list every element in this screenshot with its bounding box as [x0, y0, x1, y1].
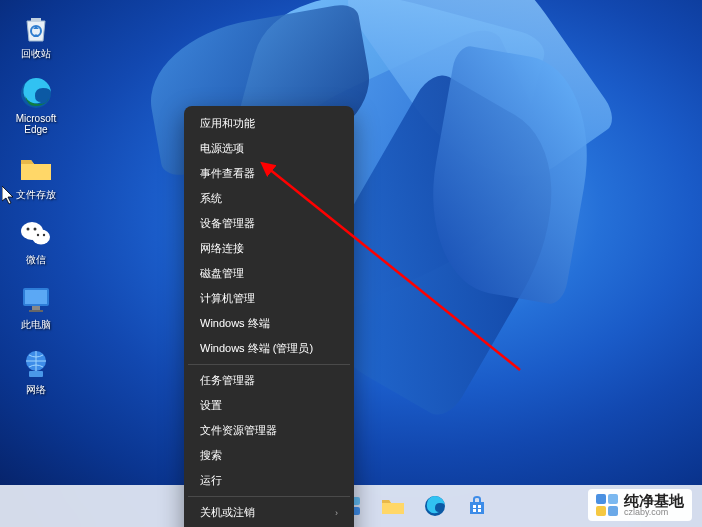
folder-icon: [381, 496, 405, 516]
svg-rect-32: [478, 509, 481, 512]
watermark-url: czlaby.com: [624, 508, 684, 517]
svg-rect-13: [29, 371, 43, 377]
menu-file-explorer[interactable]: 文件资源管理器: [186, 418, 352, 443]
menu-windows-terminal-admin[interactable]: Windows 终端 (管理员): [186, 336, 352, 361]
svg-point-7: [43, 234, 45, 236]
menu-power-options[interactable]: 电源选项: [186, 136, 352, 161]
watermark: 纯净基地 czlaby.com: [588, 489, 692, 521]
menu-separator: [188, 364, 350, 365]
desktop-icon-label: 微信: [26, 254, 46, 265]
menu-event-viewer[interactable]: 事件查看器: [186, 161, 352, 186]
chat-icon: [18, 216, 54, 252]
menu-separator: [188, 496, 350, 497]
browser-icon: [18, 75, 54, 111]
menu-system[interactable]: 系统: [186, 186, 352, 211]
desktop-icon-label: 此电脑: [21, 319, 51, 330]
watermark-title: 纯净基地: [624, 493, 684, 508]
this-pc-icon[interactable]: 此电脑: [8, 279, 64, 332]
trash-icon: [18, 10, 54, 46]
menu-run[interactable]: 运行: [186, 468, 352, 493]
svg-rect-30: [478, 505, 481, 508]
store-button[interactable]: [459, 488, 495, 524]
menu-search[interactable]: 搜索: [186, 443, 352, 468]
network-icon[interactable]: 网络: [8, 344, 64, 397]
edge-taskbar-button[interactable]: [417, 488, 453, 524]
menu-disk-management[interactable]: 磁盘管理: [186, 261, 352, 286]
svg-point-3: [32, 230, 50, 245]
svg-rect-31: [473, 509, 476, 512]
svg-point-4: [27, 228, 30, 231]
svg-rect-9: [25, 290, 47, 304]
edge-icon[interactable]: Microsoft Edge: [8, 73, 64, 137]
svg-rect-29: [473, 505, 476, 508]
desktop-icon-label: 回收站: [21, 48, 51, 59]
winx-context-menu: 应用和功能 电源选项 事件查看器 系统 设备管理器 网络连接 磁盘管理 计算机管…: [184, 106, 354, 527]
desktop-icon-label: 网络: [26, 384, 46, 395]
browser-icon: [424, 495, 446, 517]
menu-shutdown-signout[interactable]: 关机或注销›: [186, 500, 352, 525]
svg-rect-10: [32, 306, 40, 310]
desktop-icon-label: 文件存放: [16, 189, 56, 200]
monitor-icon: [18, 281, 54, 317]
menu-device-manager[interactable]: 设备管理器: [186, 211, 352, 236]
globe-icon: [18, 346, 54, 382]
svg-rect-11: [29, 310, 43, 312]
cursor-icon: [2, 186, 18, 206]
menu-settings[interactable]: 设置: [186, 393, 352, 418]
menu-network-connections[interactable]: 网络连接: [186, 236, 352, 261]
folder-icon: [18, 151, 54, 187]
menu-windows-terminal[interactable]: Windows 终端: [186, 311, 352, 336]
store-icon: [466, 495, 488, 517]
recycle-bin-icon[interactable]: 回收站: [8, 8, 64, 61]
wechat-icon[interactable]: 微信: [8, 214, 64, 267]
watermark-logo-icon: [596, 494, 618, 516]
desktop-icon-label: Microsoft Edge: [10, 113, 62, 135]
explorer-button[interactable]: [375, 488, 411, 524]
svg-point-6: [37, 234, 39, 236]
menu-computer-management[interactable]: 计算机管理: [186, 286, 352, 311]
menu-apps-features[interactable]: 应用和功能: [186, 111, 352, 136]
svg-point-5: [34, 228, 37, 231]
menu-task-manager[interactable]: 任务管理器: [186, 368, 352, 393]
chevron-right-icon: ›: [335, 508, 338, 518]
